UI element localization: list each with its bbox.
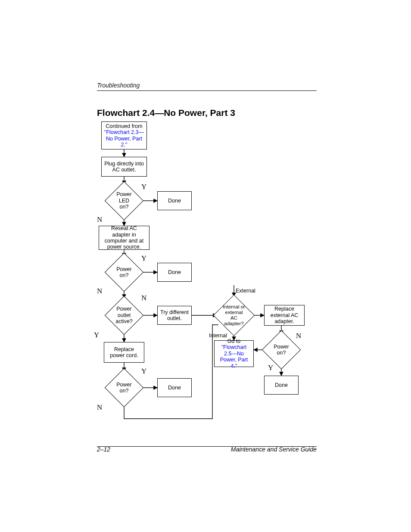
node-power-led: Power LED on? <box>110 187 138 215</box>
node-start: Continued from "Flowchart 2.3—No Power, … <box>101 121 147 149</box>
node-done-4: Done <box>264 376 299 395</box>
label-n-led: N <box>97 215 102 224</box>
label-n-p3: N <box>296 332 301 340</box>
footer-page-number: 2–12 <box>97 446 110 453</box>
node-power-outlet-text: Power outlet active? <box>110 302 138 329</box>
header-section-label: Troubleshooting <box>97 82 317 89</box>
node-start-line1: Continued from <box>106 123 142 129</box>
label-external: External <box>236 288 255 294</box>
node-try-outlet: Try different outlet. <box>157 306 192 325</box>
node-power-on-2-text: Power on? <box>110 374 138 401</box>
node-replace-external: Replace external AC adapter. <box>264 305 305 326</box>
page-title: Flowchart 2.4—No Power, Part 3 <box>97 108 235 118</box>
page: Troubleshooting Flowchart 2.4—No Power, … <box>0 0 411 532</box>
node-start-link[interactable]: "Flowchart 2.3—No Power, Part 2." <box>104 129 144 148</box>
label-internal: Internal <box>209 333 227 339</box>
node-power-on-1: Power on? <box>110 258 138 286</box>
flowchart-canvas: Continued from "Flowchart 2.3—No Power, … <box>97 121 317 428</box>
node-replace-cord: Replace power cord. <box>104 342 144 363</box>
node-goto-link[interactable]: "Flowchart 2.5—No Power, Part 4." <box>220 344 248 369</box>
label-y-p3: Y <box>268 364 273 372</box>
label-n-p1: N <box>97 287 102 296</box>
label-y-p2: Y <box>141 367 146 376</box>
node-power-on-2: Power on? <box>110 374 138 401</box>
node-power-on-3: Power on? <box>268 336 295 364</box>
label-n-outlet: N <box>141 294 146 302</box>
node-power-on-1-text: Power on? <box>110 258 138 286</box>
label-y-led: Y <box>141 183 146 191</box>
footer-guide-title: Maintenance and Service Guide <box>187 446 317 453</box>
label-y-outlet: Y <box>94 331 99 339</box>
node-power-led-text: Power LED on? <box>110 187 138 215</box>
page-header: Troubleshooting <box>97 82 317 91</box>
node-internal-external: Internal or external AC adapter? <box>219 301 249 330</box>
node-power-on-3-text: Power on? <box>268 336 295 364</box>
node-power-outlet: Power outlet active? <box>110 302 138 329</box>
header-rule <box>97 90 317 91</box>
node-plug: Plug directly into AC outlet. <box>101 157 147 177</box>
node-reseat: Reseat AC adapter in computer and at pow… <box>99 226 149 250</box>
label-n-p2: N <box>97 403 102 412</box>
node-goto-line1: Go to <box>227 338 241 344</box>
label-y-p1: Y <box>141 254 146 263</box>
node-internal-external-text: Internal or external AC adapter? <box>219 301 249 330</box>
node-done-1: Done <box>157 191 192 210</box>
node-done-2: Done <box>157 263 192 282</box>
node-done-3: Done <box>157 378 192 397</box>
node-goto: Go to "Flowchart 2.5—No Power, Part 4." <box>214 340 254 367</box>
